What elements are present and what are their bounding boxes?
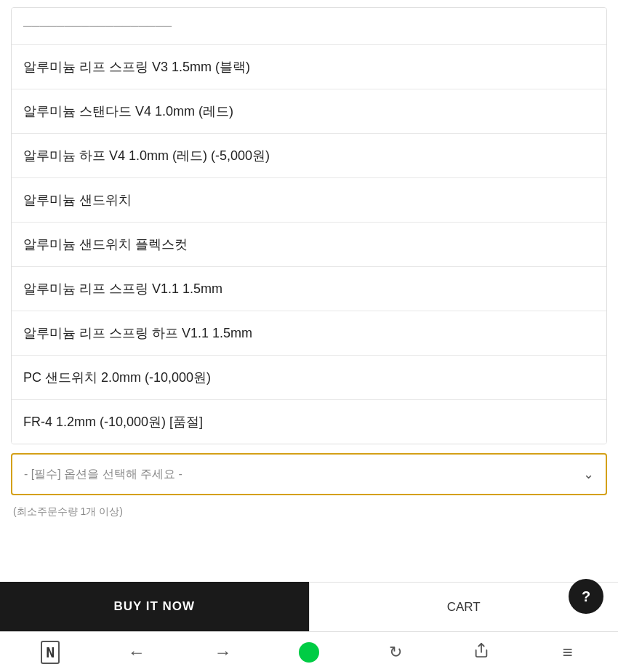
- dropdown-item-1[interactable]: 알루미늄 스탠다드 V4 1.0mm (레드): [12, 89, 606, 134]
- refresh-icon: ↻: [389, 643, 402, 662]
- share-icon: [473, 642, 489, 663]
- back-icon: ←: [128, 642, 145, 663]
- item-label-5: 알루미늄 리프 스프링 V1.1 1.5mm: [23, 280, 222, 297]
- nav-forward-button[interactable]: →: [205, 635, 240, 670]
- nav-share-button[interactable]: [464, 635, 499, 670]
- dropdown-item-6[interactable]: 알루미늄 리프 스프링 하프 V1.1 1.5mm: [12, 311, 606, 356]
- dropdown-item-2[interactable]: 알루미늄 하프 V4 1.0mm (레드) (-5,000원): [12, 134, 606, 178]
- help-button[interactable]: ?: [569, 579, 603, 614]
- item-label-7: PC 샌드위치 2.0mm (-10,000원): [23, 369, 211, 386]
- dropdown-item-3[interactable]: 알루미늄 샌드위치: [12, 178, 606, 223]
- item-label-4: 알루미늄 샌드위치 플렉스컷: [23, 236, 188, 253]
- dropdown-item-7[interactable]: PC 샌드위치 2.0mm (-10,000원): [12, 356, 606, 400]
- dropdown-item-8[interactable]: FR-4 1.2mm (-10,000원) [품절]: [12, 400, 606, 444]
- select-box[interactable]: - [필수] 옵션을 선택해 주세요 - ⌄: [11, 453, 607, 495]
- nav-home-button[interactable]: [292, 635, 326, 670]
- item-label-1: 알루미늄 스탠다드 V4 1.0mm (레드): [23, 103, 233, 120]
- help-icon: ?: [582, 588, 590, 605]
- item-label-0: 알루미늄 리프 스프링 V3 1.5mm (블랙): [23, 58, 250, 76]
- menu-icon: ≡: [563, 642, 573, 663]
- dropdown-list-wrapper[interactable]: ────────────────── 알루미늄 리프 스프링 V3 1.5mm …: [11, 7, 607, 444]
- item-label-6: 알루미늄 리프 스프링 하프 V1.1 1.5mm: [23, 324, 252, 342]
- bottom-buttons: BUY IT NOW CART: [0, 582, 618, 631]
- dropdown-item-5[interactable]: 알루미늄 리프 스프링 V1.1 1.5mm: [12, 267, 606, 311]
- home-dot-icon: [299, 642, 319, 663]
- forward-icon: →: [214, 642, 231, 663]
- dropdown-item-4[interactable]: 알루미늄 샌드위치 플렉스컷: [12, 223, 606, 267]
- min-order-notice: (최소주문수량 1개 이상): [0, 495, 618, 526]
- select-placeholder: - [필수] 옵션을 선택해 주세요 -: [24, 467, 182, 482]
- nav-refresh-button[interactable]: ↻: [378, 635, 413, 670]
- placeholder-label: ──────────────────: [23, 20, 172, 33]
- nav-back-button[interactable]: ←: [119, 635, 154, 670]
- item-label-8: FR-4 1.2mm (-10,000원) [품절]: [23, 413, 203, 431]
- navigation-bar: N ← → ↻ ≡: [0, 631, 618, 672]
- nav-logo-button[interactable]: N: [33, 635, 68, 670]
- nav-logo: N: [41, 641, 60, 664]
- nav-menu-button[interactable]: ≡: [550, 635, 585, 670]
- dropdown-item-0[interactable]: 알루미늄 리프 스프링 V3 1.5mm (블랙): [12, 45, 606, 89]
- buy-now-button[interactable]: BUY IT NOW: [0, 582, 309, 631]
- item-label-3: 알루미늄 샌드위치: [23, 191, 132, 209]
- item-label-2: 알루미늄 하프 V4 1.0mm (레드) (-5,000원): [23, 147, 270, 164]
- main-container: ────────────────── 알루미늄 리프 스프링 V3 1.5mm …: [0, 0, 618, 672]
- dropdown-placeholder-item[interactable]: ──────────────────: [12, 8, 606, 45]
- chevron-down-icon: ⌄: [583, 466, 594, 482]
- min-order-label: (최소주문수량 1개 이상): [13, 505, 123, 517]
